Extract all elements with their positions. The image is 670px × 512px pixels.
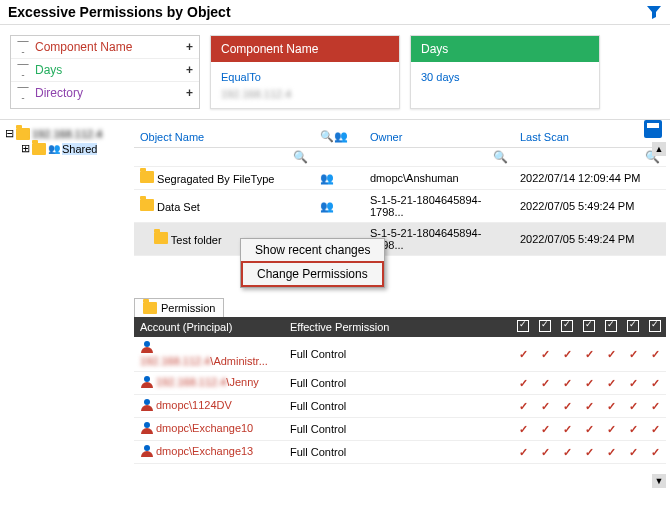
add-icon[interactable]: + xyxy=(186,63,193,77)
page-title: Excessive Permissions by Object xyxy=(8,4,231,20)
filter-component-name[interactable]: Component Name + xyxy=(11,36,199,59)
menu-change-permissions[interactable]: Change Permissions xyxy=(241,261,384,287)
component-link[interactable]: EqualTo xyxy=(221,71,261,83)
filter-icon[interactable] xyxy=(646,4,662,20)
perm-row[interactable]: dmopc\Exchange10 Full Control ✓✓✓✓✓✓✓ xyxy=(134,418,666,441)
table-row-selected[interactable]: Test folder S-1-5-21-1804645894-1798... … xyxy=(134,223,666,256)
user-icon xyxy=(140,341,154,355)
folder-icon xyxy=(140,199,154,211)
perm-icon xyxy=(512,317,534,337)
days-link[interactable]: 30 days xyxy=(421,71,460,83)
table-row[interactable]: Data Set 👥 S-1-5-21-1804645894-1798... 2… xyxy=(134,190,666,223)
search-icon[interactable]: 🔍 xyxy=(293,150,308,164)
perm-icon xyxy=(622,317,644,337)
col-account[interactable]: Account (Principal) xyxy=(134,317,284,337)
perm-icon xyxy=(600,317,622,337)
scroll-down-icon[interactable]: ▼ xyxy=(652,474,666,488)
filter-directory[interactable]: Directory + xyxy=(11,82,199,104)
expand-icon[interactable]: ⊞ xyxy=(20,142,30,155)
perm-icon xyxy=(578,317,600,337)
menu-show-recent[interactable]: Show recent changes xyxy=(241,239,384,261)
main-area: ⊟ 192.168.112.4 ⊞ 👥 Shared Object Name 🔍… xyxy=(0,120,670,490)
user-icon xyxy=(140,422,154,436)
permissions-table: Account (Principal) Effective Permission… xyxy=(134,317,666,464)
filter-days[interactable]: Days + xyxy=(11,59,199,82)
card-days: Days 30 days xyxy=(410,35,600,109)
tree-child[interactable]: ⊞ 👥 Shared xyxy=(4,141,126,156)
folder-icon xyxy=(140,171,154,183)
perm-row[interactable]: 192.168.112.4\Jenny Full Control ✓✓✓✓✓✓✓ xyxy=(134,372,666,395)
table-row[interactable]: Segragated By FileType 👥 dmopc\Anshuman … xyxy=(134,167,666,190)
objects-table: Object Name 🔍👥 Owner Last Scan 🔍 🔍 🔍 Seg… xyxy=(134,126,666,256)
card-header: Days xyxy=(411,36,599,62)
col-icons: 🔍👥 xyxy=(314,126,364,148)
scroll-up-icon[interactable]: ▲ xyxy=(652,142,666,156)
perm-row[interactable]: dmopc\Exchange13 Full Control ✓✓✓✓✓✓✓ xyxy=(134,441,666,464)
card-header: Component Name xyxy=(211,36,399,62)
card-component-name: Component Name EqualTo 192.168.112.4 xyxy=(210,35,400,109)
funnel-icon xyxy=(17,41,29,53)
folder-icon xyxy=(154,232,168,244)
permissions-section: Permission Account (Principal) Effective… xyxy=(134,298,666,464)
page-header: Excessive Permissions by Object xyxy=(0,0,670,25)
user-icon xyxy=(140,445,154,459)
content-panel: Object Name 🔍👥 Owner Last Scan 🔍 🔍 🔍 Seg… xyxy=(130,120,670,490)
component-value: 192.168.112.4 xyxy=(221,88,389,100)
add-icon[interactable]: + xyxy=(186,40,193,54)
context-menu: Show recent changes Change Permissions xyxy=(240,238,385,288)
group-icon: 👥 xyxy=(320,200,334,212)
folder-icon xyxy=(32,143,46,155)
filter-list: Component Name + Days + Directory + xyxy=(10,35,200,109)
funnel-icon xyxy=(17,64,29,76)
col-effective[interactable]: Effective Permission xyxy=(284,317,512,337)
col-owner[interactable]: Owner xyxy=(364,126,514,148)
add-icon[interactable]: + xyxy=(186,86,193,100)
folder-icon xyxy=(143,302,157,314)
tree-panel: ⊟ 192.168.112.4 ⊞ 👥 Shared xyxy=(0,120,130,490)
group-icon: 👥 xyxy=(320,172,334,184)
tree-root[interactable]: ⊟ 192.168.112.4 xyxy=(4,126,126,141)
perm-icon xyxy=(644,317,666,337)
funnel-icon xyxy=(17,87,29,99)
perm-icon xyxy=(556,317,578,337)
folder-icon xyxy=(16,128,30,140)
group-icon: 👥 xyxy=(48,143,60,155)
filter-area: Component Name + Days + Directory + Comp… xyxy=(0,25,670,120)
search-icon[interactable]: 🔍 xyxy=(493,150,508,164)
perm-row[interactable]: 192.168.112.4\Administr... Full Control … xyxy=(134,337,666,372)
perm-icon xyxy=(534,317,556,337)
col-object-name[interactable]: Object Name xyxy=(134,126,314,148)
col-last-scan[interactable]: Last Scan xyxy=(514,126,666,148)
user-icon xyxy=(140,399,154,413)
perm-row[interactable]: dmopc\1124DV Full Control ✓✓✓✓✓✓✓ xyxy=(134,395,666,418)
user-icon xyxy=(140,376,154,390)
collapse-icon[interactable]: ⊟ xyxy=(4,127,14,140)
search-group-icon[interactable]: 🔍👥 xyxy=(320,130,348,142)
permissions-tab[interactable]: Permission xyxy=(134,298,224,317)
